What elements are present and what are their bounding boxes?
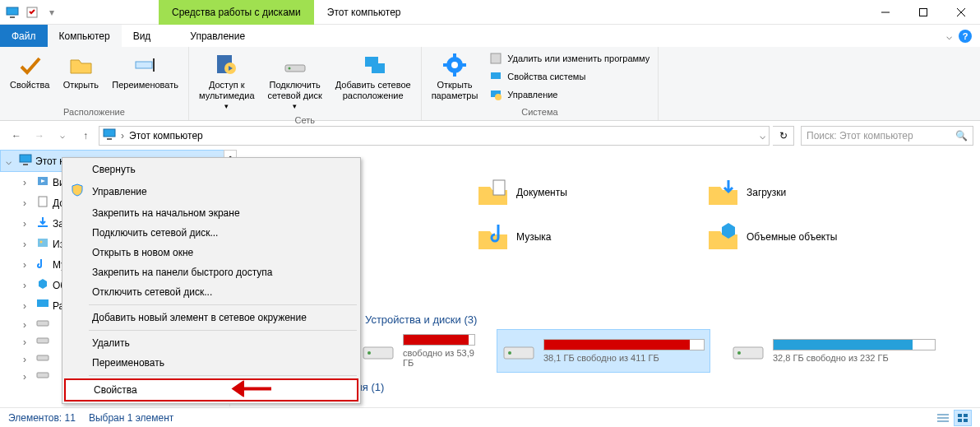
folder-item[interactable]: Загрузки	[702, 172, 916, 213]
tree-expand-icon[interactable]: ›	[23, 300, 33, 312]
contextual-tab-label: Средства работы с дисками	[159, 0, 314, 25]
svg-rect-27	[20, 155, 31, 162]
check-icon	[16, 52, 43, 78]
context-menu-item[interactable]: Отключить сетевой диск...	[64, 282, 358, 302]
minimize-button[interactable]	[867, 0, 904, 25]
this-pc-icon	[19, 153, 32, 169]
ribbon-rename-button[interactable]: Переименовать	[107, 49, 183, 94]
tab-manage[interactable]: Управление	[178, 25, 257, 47]
drive-icon	[502, 339, 535, 364]
tree-expand-icon[interactable]: ⌵	[6, 155, 16, 167]
window-title: Этот компьютер	[314, 7, 401, 18]
svg-rect-55	[964, 419, 968, 422]
folder-item[interactable]: Объемные объекты	[702, 216, 916, 258]
ribbon-collapse-chevron[interactable]: ⌵	[946, 30, 952, 42]
network-drive-icon	[282, 52, 308, 78]
svg-point-48	[737, 351, 741, 355]
context-menu-label: Свойства	[94, 384, 137, 396]
context-menu-item[interactable]: Свойства	[64, 378, 358, 401]
ribbon-open-settings-button[interactable]: Открыть параметры	[427, 49, 483, 104]
ribbon-media-button[interactable]: Доступ к мультимедиа ▾	[194, 49, 260, 114]
maximize-button[interactable]	[904, 0, 942, 25]
folder-label: Документы	[516, 187, 567, 198]
address-bar[interactable]: › Этот компьютер ⌵	[99, 126, 770, 146]
drive-item[interactable]: свободно из 53,9 ГБ	[357, 329, 480, 373]
svg-rect-52	[958, 414, 962, 417]
nav-up-button[interactable]: ↑	[76, 126, 95, 146]
drive-icon	[36, 370, 49, 383]
svg-rect-22	[491, 72, 501, 79]
help-icon[interactable]: ?	[959, 30, 972, 43]
drive-item[interactable]: 38,1 ГБ свободно из 411 ГБ	[497, 329, 710, 373]
context-menu-label: Подключить сетевой диск...	[92, 227, 218, 239]
context-menu-label: Переименовать	[92, 357, 164, 369]
address-dropdown-icon[interactable]: ⌵	[760, 130, 765, 142]
context-menu-item[interactable]: Переименовать	[64, 353, 358, 373]
svg-point-12	[288, 67, 290, 70]
svg-rect-54	[958, 419, 962, 422]
breadcrumb-this-pc[interactable]: Этот компьютер	[129, 130, 203, 142]
nav-recent-button[interactable]: ⌵	[53, 126, 72, 146]
tree-expand-icon[interactable]: ›	[23, 177, 33, 188]
svg-rect-21	[491, 53, 501, 63]
tree-expand-icon[interactable]: ›	[23, 218, 33, 230]
tree-expand-icon[interactable]: ›	[23, 280, 33, 291]
tab-computer[interactable]: Компьютер	[48, 25, 122, 47]
svg-rect-31	[38, 225, 48, 227]
svg-point-24	[495, 94, 502, 100]
ribbon-uninstall-button[interactable]: Удалить или изменить программу	[486, 50, 653, 67]
breadcrumb-sep-icon: ›	[121, 130, 124, 142]
close-button[interactable]	[942, 0, 980, 25]
svg-rect-36	[37, 338, 49, 343]
nav-forward-button[interactable]: →	[30, 126, 49, 146]
folder-item[interactable]: Музыка	[472, 216, 686, 258]
ribbon-manage-button[interactable]: Управление	[486, 86, 653, 103]
rename-icon	[132, 52, 159, 78]
ribbon-system-properties-button[interactable]: Свойства системы	[486, 68, 653, 85]
drive-item[interactable]: 32,8 ГБ свободно из 232 ГБ	[727, 329, 941, 373]
section-drives[interactable]: Устройства и диски (3)	[365, 310, 980, 329]
folder-icon	[36, 298, 49, 313]
svg-rect-37	[37, 355, 49, 360]
ribbon-group-system: Система	[427, 105, 654, 118]
ribbon-add-location-button[interactable]: Добавить сетевое расположение	[331, 49, 416, 104]
svg-rect-14	[372, 63, 385, 73]
qa-dropdown-icon[interactable]: ▾	[43, 3, 61, 21]
context-menu-label: Свернуть	[92, 164, 136, 175]
tab-view[interactable]: Вид	[122, 25, 163, 47]
context-menu-label: Открыть в новом окне	[92, 247, 193, 258]
view-details-button[interactable]	[934, 410, 952, 426]
folder-icon	[36, 174, 49, 190]
context-menu-item[interactable]: Управление	[64, 179, 358, 203]
ribbon-open-button[interactable]: Открыть	[58, 49, 104, 94]
tree-expand-icon[interactable]: ›	[23, 239, 33, 250]
context-menu-item[interactable]: Добавить новый элемент в сетевое окружен…	[64, 308, 358, 327]
context-menu-item[interactable]: Свернуть	[64, 160, 358, 179]
chevron-down-icon: ▾	[224, 102, 229, 110]
nav-back-button[interactable]: ←	[7, 126, 26, 146]
drive-icon	[36, 353, 49, 365]
refresh-button[interactable]: ↻	[773, 126, 794, 146]
media-icon	[214, 52, 240, 78]
ribbon-map-drive-button[interactable]: Подключить сетевой диск ▾	[263, 49, 327, 114]
qa-monitor-icon[interactable]	[3, 3, 21, 21]
folder-label: Музыка	[516, 231, 551, 243]
ribbon-properties-button[interactable]: Свойства	[5, 49, 54, 94]
context-menu-item[interactable]: Открыть в новом окне	[64, 243, 358, 262]
context-menu-item[interactable]: Подключить сетевой диск...	[64, 223, 358, 243]
folder-item[interactable]: Документы	[472, 172, 686, 213]
context-menu-item[interactable]: Удалить	[64, 333, 358, 353]
context-menu-item[interactable]: Закрепить на панели быстрого доступа	[64, 262, 358, 282]
drive-icon	[362, 339, 395, 364]
qa-properties-icon[interactable]	[23, 3, 41, 21]
tab-file[interactable]: Файл	[0, 25, 48, 47]
shield-icon	[71, 183, 84, 199]
svg-point-44	[368, 351, 371, 355]
tree-expand-icon[interactable]: ›	[23, 197, 33, 209]
search-input[interactable]: Поиск: Этот компьютер 🔍	[801, 126, 973, 146]
context-menu-item[interactable]: Закрепить на начальном экране	[64, 203, 358, 223]
tree-expand-icon[interactable]: ›	[23, 259, 33, 271]
drive-free-text: свободно из 53,9 ГБ	[403, 348, 475, 368]
view-tiles-button[interactable]	[954, 410, 972, 426]
svg-rect-34	[37, 299, 49, 307]
